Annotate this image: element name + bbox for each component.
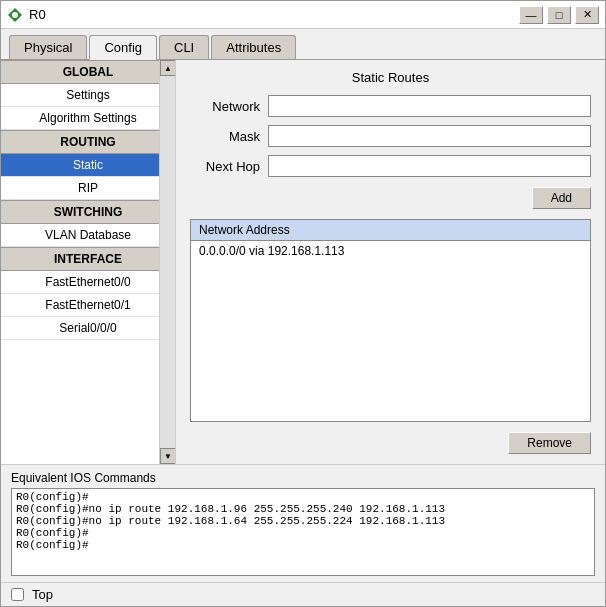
sidebar-item-serial000[interactable]: Serial0/0/0 xyxy=(1,317,175,340)
ios-line-1: R0(config)#no ip route 192.168.1.96 255.… xyxy=(16,503,590,515)
title-bar: R0 — □ ✕ xyxy=(1,1,605,29)
ios-console[interactable]: R0(config)# R0(config)#no ip route 192.1… xyxy=(11,488,595,576)
main-window: R0 — □ ✕ Physical Config CLI Attributes … xyxy=(0,0,606,607)
add-row: Add xyxy=(190,187,591,209)
top-checkbox[interactable] xyxy=(11,588,24,601)
sidebar-item-settings[interactable]: Settings xyxy=(1,84,175,107)
scroll-down-button[interactable]: ▼ xyxy=(160,448,176,464)
sidebar-header-routing: ROUTING xyxy=(1,130,175,154)
next-hop-row: Next Hop xyxy=(190,155,591,177)
sidebar-item-fastethernet00[interactable]: FastEthernet0/0 xyxy=(1,271,175,294)
ios-line-3: R0(config)# xyxy=(16,527,590,539)
sidebar-scroll[interactable]: GLOBAL Settings Algorithm Settings ROUTI… xyxy=(1,60,175,464)
table-row[interactable]: 0.0.0.0/0 via 192.168.1.113 xyxy=(191,241,590,261)
sidebar-item-algorithm-settings[interactable]: Algorithm Settings xyxy=(1,107,175,130)
tab-bar: Physical Config CLI Attributes xyxy=(1,29,605,60)
network-label: Network xyxy=(190,99,260,114)
mask-input[interactable] xyxy=(268,125,591,147)
scroll-track xyxy=(160,76,176,448)
remove-button[interactable]: Remove xyxy=(508,432,591,454)
next-hop-label: Next Hop xyxy=(190,159,260,174)
sidebar-item-static[interactable]: Static xyxy=(1,154,175,177)
ios-section: Equivalent IOS Commands R0(config)# R0(c… xyxy=(1,464,605,582)
sidebar-item-vlan-database[interactable]: VLAN Database xyxy=(1,224,175,247)
sidebar-header-interface: INTERFACE xyxy=(1,247,175,271)
sidebar-item-fastethernet01[interactable]: FastEthernet0/1 xyxy=(1,294,175,317)
panel-title: Static Routes xyxy=(190,70,591,85)
network-address-table: Network Address 0.0.0.0/0 via 192.168.1.… xyxy=(190,219,591,422)
title-bar-left: R0 xyxy=(7,7,46,23)
tab-config[interactable]: Config xyxy=(89,35,157,60)
ios-line-4: R0(config)# xyxy=(16,539,590,551)
mask-row: Mask xyxy=(190,125,591,147)
remove-row: Remove xyxy=(190,432,591,454)
sidebar-header-switching: SWITCHING xyxy=(1,200,175,224)
network-input[interactable] xyxy=(268,95,591,117)
right-panel: Static Routes Network Mask Next Hop Add … xyxy=(176,60,605,464)
sidebar-item-rip[interactable]: RIP xyxy=(1,177,175,200)
maximize-button[interactable]: □ xyxy=(547,6,571,24)
ios-line-2: R0(config)#no ip route 192.168.1.64 255.… xyxy=(16,515,590,527)
ios-label: Equivalent IOS Commands xyxy=(11,471,595,485)
tab-physical[interactable]: Physical xyxy=(9,35,87,59)
title-bar-controls: — □ ✕ xyxy=(519,6,599,24)
network-address-header: Network Address xyxy=(191,220,590,241)
top-label: Top xyxy=(32,587,53,602)
main-content: GLOBAL Settings Algorithm Settings ROUTI… xyxy=(1,60,605,464)
ios-line-0: R0(config)# xyxy=(16,491,590,503)
app-icon xyxy=(7,7,23,23)
tab-cli[interactable]: CLI xyxy=(159,35,209,59)
sidebar-scrollbar: ▲ ▼ xyxy=(159,60,175,464)
bottom-bar: Top xyxy=(1,582,605,606)
next-hop-input[interactable] xyxy=(268,155,591,177)
minimize-button[interactable]: — xyxy=(519,6,543,24)
network-row: Network xyxy=(190,95,591,117)
svg-point-1 xyxy=(12,12,18,18)
add-button[interactable]: Add xyxy=(532,187,591,209)
tab-attributes[interactable]: Attributes xyxy=(211,35,296,59)
mask-label: Mask xyxy=(190,129,260,144)
sidebar-header-global: GLOBAL xyxy=(1,60,175,84)
sidebar: GLOBAL Settings Algorithm Settings ROUTI… xyxy=(1,60,176,464)
window-title: R0 xyxy=(29,7,46,22)
close-button[interactable]: ✕ xyxy=(575,6,599,24)
scroll-up-button[interactable]: ▲ xyxy=(160,60,176,76)
